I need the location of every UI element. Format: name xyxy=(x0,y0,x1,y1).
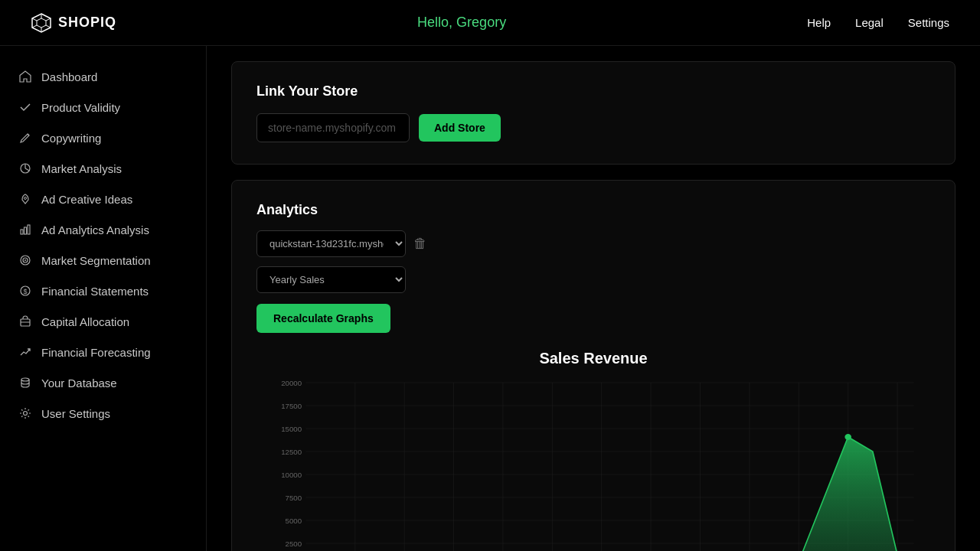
greeting: Hello, Gregory xyxy=(417,15,506,31)
sidebar-item-ad-creative-ideas[interactable]: Ad Creative Ideas xyxy=(0,184,206,214)
svg-text:12500: 12500 xyxy=(281,448,302,456)
sidebar-item-copywriting[interactable]: Copywriting xyxy=(0,122,206,153)
analytics-card: Analytics quickstart-13d231fc.myshopify.… xyxy=(231,180,956,551)
sidebar-item-your-database[interactable]: Your Database xyxy=(0,367,206,398)
sales-chart: 20000 17500 15000 12500 10000 7500 5000 … xyxy=(256,375,930,551)
svg-text:10000: 10000 xyxy=(281,471,302,479)
sidebar-item-market-analysis[interactable]: Market Analysis xyxy=(0,153,206,184)
gear-icon xyxy=(18,406,32,420)
chart-title: Sales Revenue xyxy=(256,350,930,367)
link-store-card: Link Your Store Add Store xyxy=(231,61,956,165)
svg-text:$: $ xyxy=(24,288,28,295)
sidebar-item-ad-analytics-analysis[interactable]: Ad Analytics Analysis xyxy=(0,214,206,245)
rocket-icon xyxy=(18,192,32,206)
dollar-icon: $ xyxy=(18,284,32,298)
svg-point-15 xyxy=(24,259,26,261)
sidebar-item-dashboard[interactable]: Dashboard xyxy=(0,61,206,92)
top-nav: SHOPIQ Hello, Gregory Help Legal Setting… xyxy=(0,0,980,46)
svg-marker-1 xyxy=(37,18,46,28)
legal-link[interactable]: Legal xyxy=(855,16,884,29)
svg-line-4 xyxy=(46,25,51,28)
add-store-button[interactable]: Add Store xyxy=(419,114,501,142)
svg-point-20 xyxy=(21,378,29,381)
sidebar-item-capital-allocation[interactable]: Capital Allocation xyxy=(0,306,206,337)
sidebar-item-market-segmentation[interactable]: Market Segmentation xyxy=(0,245,206,276)
home-icon xyxy=(18,70,32,83)
trend-icon xyxy=(18,345,32,359)
svg-text:5000: 5000 xyxy=(286,517,302,525)
pen-icon xyxy=(18,131,32,145)
main-content: Link Your Store Add Store Analytics quic… xyxy=(207,46,980,551)
help-link[interactable]: Help xyxy=(807,16,831,29)
svg-point-21 xyxy=(24,412,28,416)
settings-link[interactable]: Settings xyxy=(908,16,949,29)
sidebar-item-user-settings[interactable]: User Settings xyxy=(0,398,206,429)
link-store-title: Link Your Store xyxy=(256,83,930,99)
svg-point-9 xyxy=(24,197,27,200)
sidebar-item-product-validity[interactable]: Product Validity xyxy=(0,92,206,122)
sidebar: Dashboard Product Validity Copywriting xyxy=(0,46,207,551)
sidebar-item-financial-forecasting[interactable]: Financial Forecasting xyxy=(0,337,206,367)
svg-rect-11 xyxy=(24,227,27,234)
svg-rect-10 xyxy=(21,230,23,234)
chart-container: Sales Revenue xyxy=(256,350,930,551)
svg-point-63 xyxy=(844,434,851,440)
delete-icon[interactable]: 🗑 xyxy=(413,236,427,252)
logo: SHOPIQ xyxy=(31,12,116,34)
check-icon xyxy=(18,100,32,114)
svg-text:15000: 15000 xyxy=(281,425,302,433)
database-icon xyxy=(18,376,32,390)
bar-chart-icon xyxy=(18,223,32,236)
period-select[interactable]: Yearly SalesMonthly SalesWeekly Sales xyxy=(256,266,406,293)
sidebar-item-financial-statements[interactable]: $ Financial Statements xyxy=(0,276,206,306)
target-icon xyxy=(18,253,32,267)
chart-area: 20000 17500 15000 12500 10000 7500 5000 … xyxy=(256,375,930,551)
svg-text:7500: 7500 xyxy=(286,494,302,502)
store-select[interactable]: quickstart-13d231fc.myshopify... xyxy=(256,230,406,257)
svg-text:20000: 20000 xyxy=(281,380,302,387)
logo-icon xyxy=(31,12,52,34)
svg-line-6 xyxy=(32,25,37,28)
svg-line-3 xyxy=(46,18,51,21)
store-dropdown-row: quickstart-13d231fc.myshopify... 🗑 xyxy=(256,230,930,257)
store-input[interactable] xyxy=(256,113,410,142)
analytics-title: Analytics xyxy=(256,202,930,218)
svg-text:2500: 2500 xyxy=(286,540,302,548)
nav-links: Help Legal Settings xyxy=(807,16,949,29)
svg-text:17500: 17500 xyxy=(281,403,302,410)
chart-pie-icon xyxy=(18,161,32,175)
recalculate-button[interactable]: Recalculate Graphs xyxy=(256,304,390,333)
briefcase-icon xyxy=(18,315,32,328)
svg-line-7 xyxy=(32,18,37,21)
svg-rect-12 xyxy=(28,225,30,234)
store-input-row: Add Store xyxy=(256,113,930,142)
